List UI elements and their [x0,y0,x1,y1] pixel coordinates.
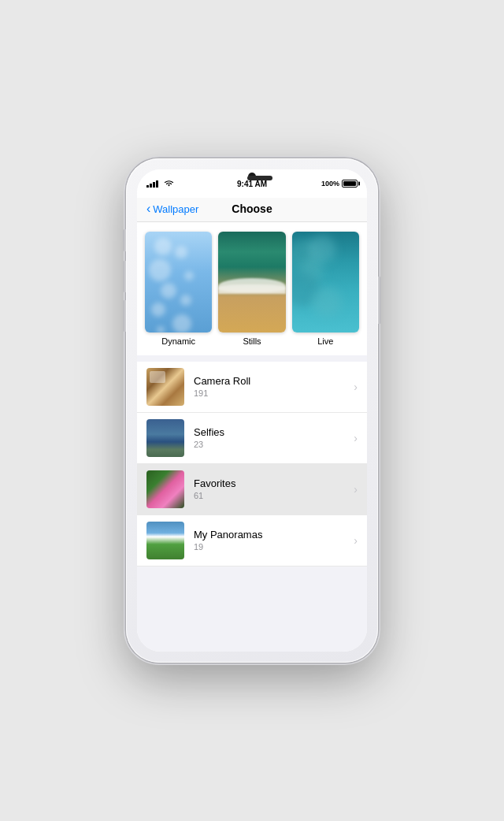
wallpaper-type-live[interactable]: Live [292,232,359,346]
panoramas-chevron-icon: › [354,534,358,547]
volume-up-button[interactable] [123,261,126,292]
power-button[interactable] [378,277,381,324]
stills-label: Stills [243,336,261,346]
favorites-bg [146,470,184,508]
phone-frame: 9:41 AM 100% ‹ Wallpaper Choose [126,158,378,663]
favorites-name: Favorites [194,477,350,489]
album-item-camera-roll[interactable]: Camera Roll 191 › [137,362,367,413]
camera-roll-chevron-icon: › [354,381,358,393]
wallpaper-type-section: Dynamic Stills [137,222,367,355]
live-label: Live [317,336,333,346]
selfies-thumbnail [146,419,184,457]
status-bar: 9:41 AM 100% [137,169,367,198]
stills-thumbnail [218,232,285,332]
dynamic-bg [145,232,212,332]
signal-bar-4 [156,180,158,188]
selfies-info: Selfies 23 [194,426,350,449]
back-chevron-icon: ‹ [146,202,150,215]
camera-roll-count: 191 [194,388,350,398]
panoramas-count: 19 [194,542,350,552]
live-bg [292,232,359,332]
panoramas-info: My Panoramas 19 [194,529,350,552]
bokeh-circle [180,295,191,306]
favorites-count: 61 [194,491,350,500]
album-item-selfies[interactable]: Selfies 23 › [137,413,367,464]
favorites-chevron-icon: › [354,483,358,496]
favorites-info: Favorites 61 [194,477,350,500]
mute-button[interactable] [123,229,126,251]
status-left [146,180,174,188]
bokeh-circle [161,283,176,299]
album-item-favorites[interactable]: Favorites 61 › [137,464,367,515]
stills-bg [218,232,285,332]
camera-roll-info: Camera Roll 191 [194,375,350,398]
bokeh-circle [149,259,171,281]
bokeh-circle [172,314,191,332]
selfies-chevron-icon: › [354,432,358,444]
status-right: 100% [321,180,358,188]
signal-bar-1 [146,185,149,188]
panoramas-bg [146,522,184,559]
dynamic-label: Dynamic [161,336,195,346]
bokeh-circle [151,303,165,317]
bokeh-circle [184,271,194,280]
wallpaper-type-grid: Dynamic Stills [145,232,359,346]
smoke-cloud [312,287,342,317]
camera-roll-name: Camera Roll [194,375,350,387]
panoramas-name: My Panoramas [194,529,350,541]
selfies-bg [146,419,184,457]
panoramas-thumbnail [146,522,184,559]
navigation-bar: ‹ Wallpaper Choose [137,198,367,222]
bokeh-circle [154,238,172,255]
live-thumbnail [292,232,359,332]
signal-strength-icon [146,180,158,188]
selfies-name: Selfies [194,426,350,438]
bokeh-circle [157,326,165,332]
camera-roll-bg [146,368,184,406]
signal-bar-2 [150,184,152,188]
screen-content: Dynamic Stills [137,222,367,652]
wifi-icon [164,180,174,188]
status-time: 9:41 AM [237,180,267,188]
albums-list: Camera Roll 191 › Selfies 23 › [137,362,367,567]
signal-bar-3 [153,182,155,188]
wallpaper-type-dynamic[interactable]: Dynamic [145,232,212,346]
selfies-count: 23 [194,440,350,449]
camera-roll-thumbnail [146,368,184,406]
album-item-my-panoramas[interactable]: My Panoramas 19 › [137,515,367,567]
bokeh-circle [175,246,187,258]
back-button[interactable]: ‹ Wallpaper [146,202,209,215]
volume-down-button[interactable] [123,300,126,332]
page-title: Choose [209,202,295,215]
wave-overlay-2 [218,284,285,292]
favorites-thumbnail [146,470,184,508]
back-label: Wallpaper [153,203,198,215]
wallpaper-type-stills[interactable]: Stills [218,232,285,346]
dynamic-thumbnail [145,232,212,332]
phone-screen: 9:41 AM 100% ‹ Wallpaper Choose [137,169,367,652]
battery-fill [343,181,356,186]
battery-icon [342,180,358,188]
battery-percentage: 100% [321,180,339,188]
